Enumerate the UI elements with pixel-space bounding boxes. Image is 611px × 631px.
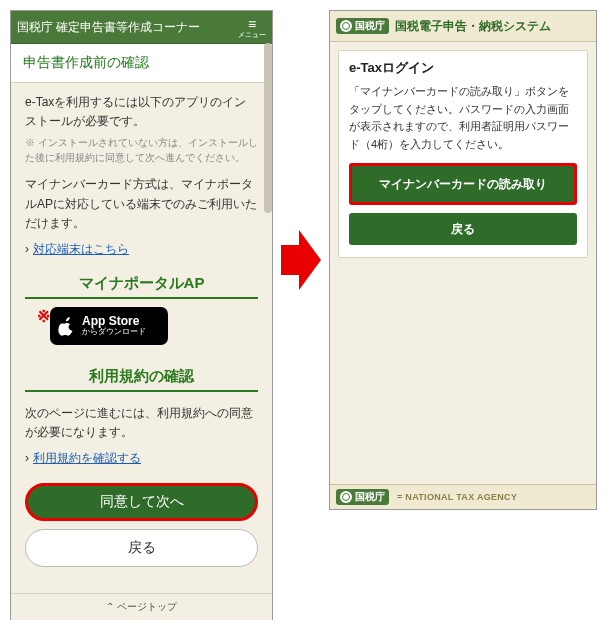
page-top-link[interactable]: ⌃ ページトップ [11, 593, 272, 620]
nta-badge-footer: 国税庁 [336, 489, 389, 505]
login-panel: e-Taxログイン 「マイナンバーカードの読み取り」ボタンをタップしてください。… [338, 50, 588, 258]
panel-text: 「マイナンバーカードの読み取り」ボタンをタップしてください。パスワードの入力画面… [349, 83, 577, 153]
nta-badge-text: 国税庁 [355, 19, 385, 33]
left-header: 国税庁 確定申告書等作成コーナー ≡ メニュー [11, 11, 272, 44]
section-title: 申告書作成前の確認 [11, 44, 272, 83]
terms-link-row: ›利用規約を確認する [11, 446, 272, 477]
mynaportal-heading: マイナポータルAP [25, 274, 258, 299]
footer-agency-text: = NATIONAL TAX AGENCY [397, 492, 517, 502]
read-mynumber-button[interactable]: マイナンバーカードの読み取り [349, 163, 577, 205]
arrow-right-icon [281, 230, 321, 290]
terms-text: 次のページに進むには、利用規約への同意が必要になります。 [11, 396, 272, 446]
panel-title: e-Taxログイン [349, 59, 577, 77]
appstore-badge[interactable]: App Store からダウンロード [50, 307, 168, 345]
page-top-label: ページトップ [117, 601, 177, 612]
right-header: 国税庁 国税電子申告・納税システム [330, 11, 596, 42]
chevron-up-icon: ⌃ [106, 601, 117, 612]
terms-link[interactable]: 利用規約を確認する [33, 451, 141, 465]
flow-arrow [281, 10, 321, 510]
back-button-right[interactable]: 戻る [349, 213, 577, 245]
agree-next-button[interactable]: 同意して次へ [25, 483, 258, 521]
scrollbar[interactable] [264, 43, 272, 213]
nta-logo-icon [340, 20, 352, 32]
devices-link-row: ›対応端末はこちら [11, 237, 272, 268]
back-button-left[interactable]: 戻る [25, 529, 258, 567]
appstore-text: App Store からダウンロード [82, 315, 146, 336]
svg-marker-0 [281, 230, 321, 290]
appstore-small: からダウンロード [82, 328, 146, 336]
left-header-title: 国税庁 確定申告書等作成コーナー [17, 19, 200, 36]
right-footer: 国税庁 = NATIONAL TAX AGENCY [330, 484, 596, 509]
nta-footer-badge-text: 国税庁 [355, 490, 385, 504]
system-title: 国税電子申告・納税システム [395, 18, 551, 35]
chevron-right-icon: › [25, 451, 29, 465]
terms-heading: 利用規約の確認 [25, 367, 258, 392]
phone-left: 国税庁 確定申告書等作成コーナー ≡ メニュー 申告書作成前の確認 e-Taxを… [10, 10, 273, 620]
chevron-right-icon: › [25, 242, 29, 256]
left-body: 申告書作成前の確認 e-Taxを利用するには以下のアプリのインストールが必要です… [11, 44, 272, 620]
asterisk-mark: ※ [25, 307, 50, 326]
mynumber-text: マイナンバーカード方式は、マイナポータルAPに対応している端末でのみご利用いただ… [11, 173, 272, 237]
nta-badge-header: 国税庁 [336, 18, 389, 34]
nta-logo-icon [340, 491, 352, 503]
phone-right: 国税庁 国税電子申告・納税システム e-Taxログイン 「マイナンバーカードの読… [329, 10, 597, 510]
apple-icon [58, 316, 76, 336]
menu-button[interactable]: ≡ メニュー [238, 17, 266, 38]
supported-devices-link[interactable]: 対応端末はこちら [33, 242, 129, 256]
install-note: ※ インストールされていない方は、インストールした後に利用規約に同意して次へ進ん… [11, 135, 272, 173]
right-body: e-Taxログイン 「マイナンバーカードの読み取り」ボタンをタップしてください。… [330, 42, 596, 484]
menu-label: メニュー [238, 31, 266, 38]
menu-icon: ≡ [248, 17, 256, 31]
intro-text: e-Taxを利用するには以下のアプリのインストールが必要です。 [11, 83, 272, 135]
